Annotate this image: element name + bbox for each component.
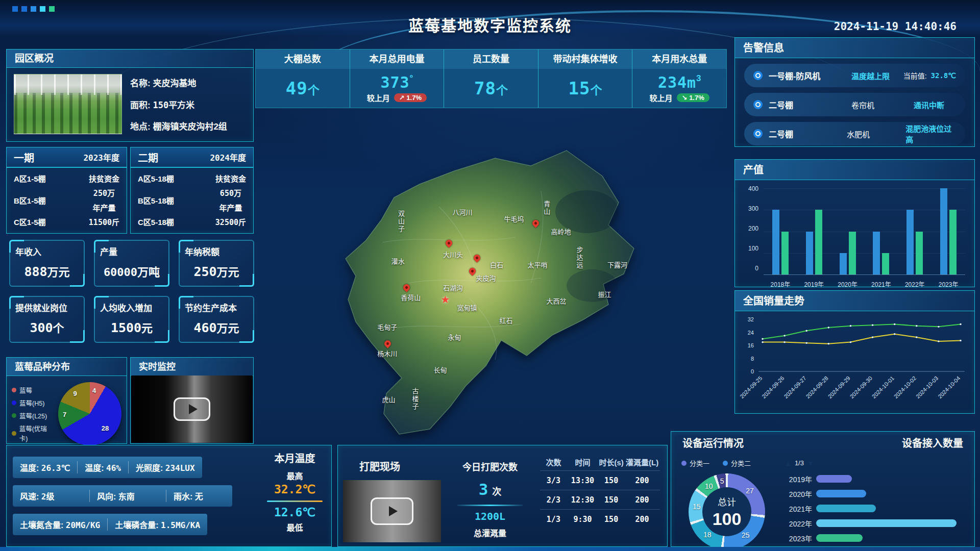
fund-value: 650万 bbox=[215, 187, 246, 198]
map-label: 白石 bbox=[490, 260, 503, 269]
bar bbox=[882, 253, 889, 274]
fertilizing-video-player[interactable] bbox=[343, 480, 441, 542]
map-pin-icon[interactable] bbox=[531, 219, 540, 228]
map-label: 夹皮沟 bbox=[476, 273, 496, 283]
bar bbox=[940, 188, 947, 274]
park-area: 面积: 150平方米 bbox=[130, 98, 227, 111]
irrigation-table: 次数 时间 时长(s) 灌溉量(L) 3/3 13:30 150 200 2/3… bbox=[540, 454, 660, 529]
env-wind-direction: 风向: 东南 bbox=[89, 490, 166, 502]
sales-line-chart: 322416802024-09-252024-09-262024-09-2720… bbox=[735, 311, 974, 413]
map-label: 香荷山 bbox=[401, 292, 421, 302]
legend-dot bbox=[12, 400, 16, 405]
legend-item[interactable]: 蓝莓(L25) bbox=[12, 411, 54, 420]
map-pin-icon[interactable] bbox=[444, 238, 453, 247]
map-labels-layer: 双山子八河川牛毛坞青山高岭地灌水大川头白石太平哨步达远下露河夹皮沟石湖沟香荷山宽… bbox=[255, 115, 725, 444]
map-label: 古楼子 bbox=[410, 388, 420, 411]
svg-text:2024-09-28: 2024-09-28 bbox=[804, 375, 829, 399]
pager-up-icon[interactable]: ▲ bbox=[785, 459, 792, 467]
trend-up-icon: ↗ bbox=[399, 94, 405, 102]
top-stats-strip: 大棚总数 49个 本月总用电量 373° 较上月 ↗ 1.7% 员工数量 78个… bbox=[255, 49, 727, 108]
map-pin-icon[interactable] bbox=[383, 339, 392, 348]
play-button[interactable] bbox=[371, 497, 413, 525]
zone-label: A区1-5棚 bbox=[14, 173, 46, 184]
legend-label: 蓝莓(L25) bbox=[19, 411, 47, 420]
phase2-panel: 二期 2024年度 A区5-18棚 B区5-18棚 C区5-18棚 扶贫资金 6… bbox=[130, 147, 254, 234]
stat-card-villages: 带动村集体增收 15个 bbox=[538, 49, 633, 108]
donut-center: 总计 100 bbox=[689, 473, 765, 550]
legend-item-category1[interactable]: 分类一 bbox=[681, 458, 709, 468]
pager-down-icon[interactable]: ▼ bbox=[807, 459, 814, 467]
panel-title: 园区概况 bbox=[7, 49, 253, 68]
play-button[interactable] bbox=[174, 397, 210, 421]
map-star-icon[interactable]: ★ bbox=[440, 294, 450, 305]
map-label: 步达远 bbox=[575, 246, 584, 269]
map-label: 虎山 bbox=[382, 394, 395, 404]
zone-label: B区5-18棚 bbox=[138, 195, 174, 206]
bar bbox=[781, 232, 789, 275]
alarm-row: 二号棚 水肥机 混肥池液位过高 bbox=[744, 122, 965, 145]
bar bbox=[916, 232, 923, 275]
env-humidity: 温度: 46% bbox=[77, 461, 128, 473]
hbar-row: 2020年 bbox=[782, 486, 961, 501]
dashboard-root: 蓝莓基地数字监控系统 2024-11-19 14:40:46 园区概况 名称: … bbox=[0, 0, 980, 551]
metric-card-annual-tax: 年纳税额 250万元 bbox=[179, 240, 254, 287]
map-pin-icon[interactable] bbox=[472, 253, 481, 262]
pie-slice-value: 28 bbox=[102, 424, 109, 432]
svg-text:2024-10-02: 2024-10-02 bbox=[893, 375, 917, 399]
park-name: 名称: 夹皮沟基地 bbox=[130, 76, 227, 89]
total-irrigation-label: 总灌溉量 bbox=[449, 527, 531, 539]
bar-plot-area bbox=[764, 188, 965, 275]
alarm-status-icon bbox=[753, 129, 763, 138]
phase1-panel: 一期 2023年度 A区1-5棚 B区1-5棚 C区1-5棚 扶贫资金 250万… bbox=[6, 147, 127, 234]
hbar bbox=[816, 519, 957, 527]
panel-title-right: 设备接入数量 bbox=[902, 435, 963, 450]
map-label: 杨木川 bbox=[377, 348, 397, 358]
legend-item[interactable]: 蓝莓 bbox=[12, 385, 54, 395]
alarm-panel: 告警信息 一号棚-防风机 温度越上限 当前值: 32.8℃ 二号棚 卷帘机 通讯… bbox=[734, 37, 975, 147]
map-label: 长甸 bbox=[434, 365, 447, 374]
bar bbox=[873, 232, 880, 275]
svg-text:24: 24 bbox=[748, 330, 754, 336]
hbar-year-label: 2023年 bbox=[782, 533, 812, 543]
panel-title: 蓝莓品种分布 bbox=[7, 358, 127, 376]
legend-dot bbox=[681, 461, 687, 466]
legend-item-category2[interactable]: 分类二 bbox=[723, 458, 751, 468]
legend-item[interactable]: 蓝莓(优瑞卡) bbox=[12, 423, 54, 443]
bar-group bbox=[806, 188, 822, 274]
variety-pie-chart: 42879 bbox=[58, 382, 121, 445]
map-label: 下露河 bbox=[607, 260, 627, 269]
env-rain: 雨水: 无 bbox=[166, 490, 232, 502]
map-label: 毛甸子 bbox=[377, 322, 397, 332]
legend-dot bbox=[12, 431, 16, 436]
fund-value: 250万 bbox=[89, 187, 119, 198]
pie-legend: 蓝莓蓝莓(H5)蓝莓(L25)蓝莓(优瑞卡) bbox=[12, 382, 54, 446]
stat-card-greenhouse-total: 大棚总数 49个 bbox=[256, 49, 350, 108]
divider bbox=[457, 505, 523, 506]
panel-title: 产值 bbox=[735, 160, 974, 180]
sales-trend-panel: 全国销量走势 322416802024-09-252024-09-262024-… bbox=[734, 290, 975, 414]
map-label: 高岭地 bbox=[551, 227, 571, 236]
legend-item[interactable]: 蓝莓(H5) bbox=[12, 398, 54, 408]
trend-badge-up: ↗ 1.7% bbox=[394, 93, 427, 102]
svg-text:8: 8 bbox=[751, 356, 754, 362]
yield-value: 32500斤 bbox=[215, 216, 246, 227]
hbar bbox=[816, 505, 876, 512]
map-label: 太平哨 bbox=[528, 260, 548, 269]
device-legend: 分类一 分类二 ▲ 1/3 ▼ bbox=[681, 458, 814, 468]
county-map: 双山子八河川牛毛坞青山高岭地灌水大川头白石太平哨步达远下露河夹皮沟石湖沟香荷山宽… bbox=[255, 115, 725, 444]
hbar-year-label: 2021年 bbox=[782, 504, 812, 514]
bar-group bbox=[940, 188, 957, 274]
map-label: 永甸 bbox=[448, 332, 461, 342]
phase-year: 2024年度 bbox=[210, 151, 246, 163]
map-pin-icon[interactable] bbox=[402, 283, 411, 292]
stat-card-electricity: 本月总用电量 373° 较上月 ↗ 1.7% bbox=[350, 49, 445, 108]
device-status-panel: 设备运行情况 设备接入数量 分类一 分类二 ▲ 1/3 ▼ 2725181510… bbox=[671, 431, 975, 547]
legend-label: 蓝莓(优瑞卡) bbox=[19, 423, 54, 443]
bar-group bbox=[906, 188, 923, 274]
footer-bar bbox=[0, 547, 980, 551]
header-dots bbox=[12, 6, 55, 12]
panel-title: 全国销量走势 bbox=[735, 291, 974, 311]
legend-dot bbox=[12, 413, 16, 418]
today-count-label: 今日打肥次数 bbox=[449, 460, 531, 473]
live-video-player[interactable] bbox=[131, 375, 253, 443]
